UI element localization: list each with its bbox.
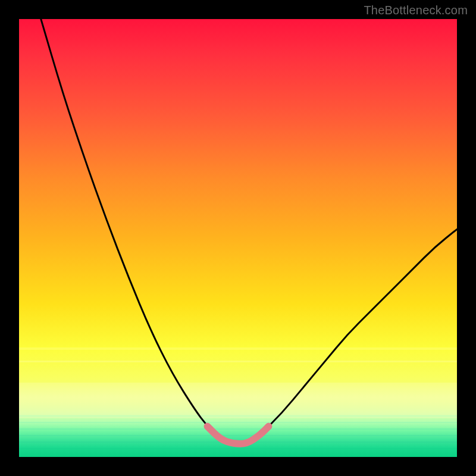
bottleneck-curve-svg: [19, 19, 457, 457]
plot-area: [19, 19, 457, 457]
bottleneck-curve-main: [41, 19, 457, 444]
watermark-text: TheBottleneck.com: [364, 4, 468, 17]
chart-frame: TheBottleneck.com: [0, 0, 476, 476]
bottleneck-curve-highlight: [207, 426, 268, 443]
